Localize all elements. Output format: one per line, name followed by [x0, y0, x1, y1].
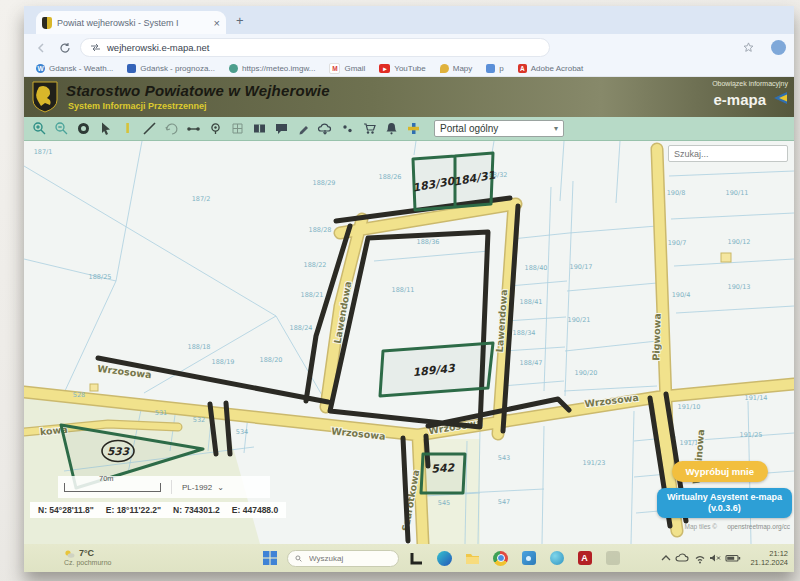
- map-canvas[interactable]: 187/1187/2 188/25188/18 188/19188/29 188…: [24, 141, 794, 544]
- svg-text:Pigwowa: Pigwowa: [650, 313, 663, 361]
- scale-box: 70m PL-1992 ⌄: [58, 476, 270, 498]
- bookmark-gmail[interactable]: MGmail: [329, 63, 365, 74]
- svg-text:528: 528: [73, 391, 85, 399]
- photo-background: Powiat wejherowski - System I × + wejher…: [0, 0, 800, 581]
- undo-icon[interactable]: [162, 120, 180, 138]
- bookmark-star-icon[interactable]: [739, 39, 757, 57]
- url-bar[interactable]: wejherowski.e-mapa.net: [80, 38, 550, 57]
- crs-value: PL-1992: [182, 483, 212, 492]
- cart-icon[interactable]: [360, 120, 378, 138]
- taskbar-app-lshape[interactable]: [406, 548, 427, 569]
- profile-avatar[interactable]: [771, 40, 786, 55]
- full-extent-icon[interactable]: [74, 120, 92, 138]
- taskbar-search-input[interactable]: [307, 553, 391, 564]
- notifications-icon[interactable]: [382, 120, 400, 138]
- browser-tab[interactable]: Powiat wejherowski - System I ×: [36, 11, 226, 34]
- taskbar-app-faded[interactable]: [602, 548, 623, 569]
- taskbar-app-edge[interactable]: [434, 548, 455, 569]
- svg-text:545: 545: [438, 499, 450, 507]
- zoom-out-icon[interactable]: [52, 120, 70, 138]
- taskbar-clock[interactable]: 21:12 21.12.2024: [750, 549, 788, 568]
- select-cursor-icon[interactable]: [96, 120, 114, 138]
- add-layer-icon[interactable]: [404, 120, 422, 138]
- weather-temp: 7°C: [79, 549, 94, 559]
- map-search-input[interactable]: [668, 145, 788, 162]
- info-obligation-link[interactable]: Obowiązek informacyjny: [712, 80, 788, 87]
- assistant-try-button[interactable]: Wypróbuj mnie: [672, 461, 768, 482]
- youtube-icon: ▸: [379, 64, 390, 73]
- svg-text:190/7: 190/7: [668, 239, 687, 247]
- svg-text:190/21: 190/21: [568, 316, 591, 324]
- measure-line-icon[interactable]: [140, 120, 158, 138]
- geolocation-icon[interactable]: [206, 120, 224, 138]
- acrobat-icon: A: [518, 64, 527, 73]
- svg-text:188/36: 188/36: [417, 238, 440, 246]
- taskbar-app-acrobat[interactable]: A: [574, 548, 595, 569]
- coord-e-pl: E: 447488.0: [232, 505, 278, 515]
- clock-date: 21.12.2024: [750, 558, 788, 567]
- virtual-assistant-button[interactable]: Wirtualny Asystent e-mapa (v.0.3.6): [657, 488, 792, 519]
- chevron-down-icon: ▾: [554, 124, 558, 133]
- cloud-services-icon[interactable]: [316, 120, 334, 138]
- weather-desc: Cz. pochmurno: [64, 559, 111, 567]
- monitor-icon: [127, 64, 136, 73]
- svg-text:191/23: 191/23: [583, 459, 606, 467]
- bookmark-mapy[interactable]: Mapy: [440, 64, 473, 73]
- taskbar-weather-widget[interactable]: 7°C Cz. pochmurno: [24, 549, 111, 567]
- svg-text:188/19: 188/19: [212, 358, 235, 366]
- globe-icon: [229, 64, 238, 73]
- bookmark-weather[interactable]: WGdansk - Weath...: [36, 64, 113, 73]
- svg-text:531: 531: [155, 409, 167, 417]
- portal-select[interactable]: Portal ogólny ▾: [434, 120, 564, 137]
- reload-icon[interactable]: [56, 39, 74, 57]
- svg-text:188/22: 188/22: [304, 261, 327, 269]
- taskbar-app-circle[interactable]: [546, 548, 567, 569]
- back-icon[interactable]: [32, 39, 50, 57]
- layers-panel-icon[interactable]: [250, 120, 268, 138]
- draw-icon[interactable]: [294, 120, 312, 138]
- emapa-header: Starostwo Powiatowe w Wejherowie System …: [24, 77, 794, 117]
- site-favicon-icon: [42, 17, 52, 29]
- crs-select[interactable]: PL-1992 ⌄: [171, 480, 224, 494]
- browser-tabstrip: Powiat wejherowski - System I × +: [24, 6, 794, 34]
- svg-text:543: 543: [498, 454, 510, 462]
- svg-text:188/34: 188/34: [513, 329, 536, 337]
- svg-text:190/8: 190/8: [667, 189, 686, 197]
- map-toolbar: Portal ogólny ▾: [24, 117, 794, 141]
- tab-close-icon[interactable]: ×: [214, 17, 220, 29]
- site-info-icon[interactable]: [90, 43, 101, 52]
- attribution-link[interactable]: openstreetmap.org/cc: [727, 523, 790, 530]
- svg-text:190/11: 190/11: [726, 189, 749, 197]
- taskbar-app-file-explorer[interactable]: [462, 548, 483, 569]
- start-button[interactable]: [259, 548, 280, 569]
- coord-n-pl: N: 734301.2: [173, 505, 220, 515]
- comments-icon[interactable]: [272, 120, 290, 138]
- scale-bar: 70m: [64, 483, 161, 492]
- svg-text:188/25: 188/25: [89, 273, 112, 281]
- bookmark-acrobat[interactable]: AAdobe Acrobat: [518, 64, 583, 73]
- grid-icon[interactable]: [228, 120, 246, 138]
- system-tray-icons[interactable]: [658, 551, 744, 565]
- bookmark-p[interactable]: p: [486, 64, 503, 73]
- svg-text:188/21: 188/21: [301, 291, 324, 299]
- taskbar-app-photos[interactable]: [518, 548, 539, 569]
- measure-distance-icon[interactable]: [184, 120, 202, 138]
- svg-text:188/29: 188/29: [313, 179, 336, 187]
- url-text: wejherowski.e-mapa.net: [107, 42, 209, 53]
- svg-text:187/2: 187/2: [192, 195, 211, 203]
- svg-text:534: 534: [236, 428, 248, 436]
- taskbar-app-chrome[interactable]: [490, 548, 511, 569]
- bookmark-meteo[interactable]: https://meteo.imgw...: [229, 64, 315, 73]
- svg-text:191/10: 191/10: [678, 403, 701, 411]
- zoom-in-icon[interactable]: [30, 120, 48, 138]
- new-tab-button[interactable]: +: [236, 13, 244, 28]
- svg-text:542: 542: [431, 461, 456, 476]
- portal-subtitle: System Informacji Przestrzennej: [68, 101, 207, 111]
- svg-text:191/14: 191/14: [745, 394, 768, 402]
- taskbar-search[interactable]: [287, 550, 399, 567]
- bookmark-youtube[interactable]: ▸YouTube: [379, 64, 425, 73]
- bookmark-gdansk-prognoza[interactable]: Gdańsk - prognoza...: [127, 64, 215, 73]
- coordinates-icon[interactable]: [338, 120, 356, 138]
- svg-text:188/11: 188/11: [392, 286, 415, 294]
- marker-icon[interactable]: [118, 120, 136, 138]
